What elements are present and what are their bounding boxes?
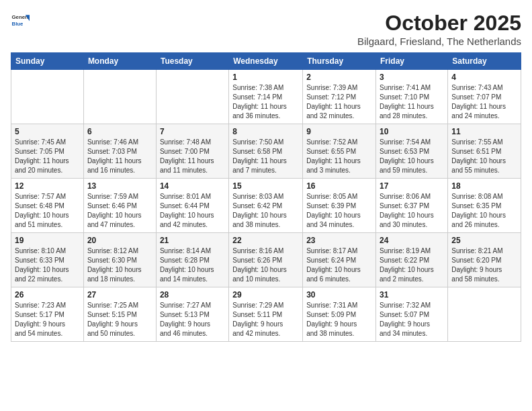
day-number: 9 bbox=[306, 127, 372, 136]
day-info: Sunrise: 8:06 AM Sunset: 6:37 PM Dayligh… bbox=[380, 192, 444, 230]
calendar-week-2: 5Sunrise: 7:45 AM Sunset: 7:05 PM Daylig… bbox=[11, 124, 521, 179]
day-number: 13 bbox=[87, 181, 152, 191]
calendar-week-3: 12Sunrise: 7:57 AM Sunset: 6:48 PM Dayli… bbox=[11, 179, 521, 233]
day-number: 28 bbox=[160, 290, 225, 300]
calendar-cell: 19Sunrise: 8:10 AM Sunset: 6:33 PM Dayli… bbox=[11, 233, 84, 287]
calendar-cell: 29Sunrise: 7:29 AM Sunset: 5:11 PM Dayli… bbox=[229, 287, 303, 342]
day-info: Sunrise: 7:54 AM Sunset: 6:53 PM Dayligh… bbox=[380, 138, 444, 175]
day-info: Sunrise: 7:59 AM Sunset: 6:46 PM Dayligh… bbox=[87, 192, 152, 230]
day-info: Sunrise: 8:01 AM Sunset: 6:44 PM Dayligh… bbox=[160, 192, 225, 230]
day-number: 8 bbox=[232, 127, 299, 136]
page-header: General Blue October 2025 Bilgaard, Frie… bbox=[11, 11, 521, 47]
day-info: Sunrise: 7:23 AM Sunset: 5:17 PM Dayligh… bbox=[15, 301, 80, 338]
day-number: 7 bbox=[160, 127, 225, 136]
day-info: Sunrise: 8:14 AM Sunset: 6:28 PM Dayligh… bbox=[160, 246, 225, 284]
weekday-header-sunday: Sunday bbox=[11, 53, 84, 70]
day-number: 25 bbox=[451, 236, 517, 245]
calendar-cell: 5Sunrise: 7:45 AM Sunset: 7:05 PM Daylig… bbox=[11, 124, 84, 179]
day-number: 20 bbox=[87, 236, 152, 245]
day-number: 16 bbox=[306, 181, 372, 191]
calendar-cell bbox=[156, 70, 228, 124]
calendar-cell: 7Sunrise: 7:48 AM Sunset: 7:00 PM Daylig… bbox=[156, 124, 228, 179]
day-info: Sunrise: 7:38 AM Sunset: 7:14 PM Dayligh… bbox=[232, 83, 299, 121]
weekday-header-friday: Friday bbox=[376, 53, 448, 70]
calendar-cell: 24Sunrise: 8:19 AM Sunset: 6:22 PM Dayli… bbox=[376, 233, 448, 287]
day-number: 21 bbox=[160, 236, 225, 245]
day-info: Sunrise: 8:10 AM Sunset: 6:33 PM Dayligh… bbox=[15, 246, 80, 284]
day-info: Sunrise: 8:08 AM Sunset: 6:35 PM Dayligh… bbox=[451, 192, 517, 230]
day-number: 19 bbox=[15, 236, 80, 245]
logo-icon: General Blue bbox=[11, 11, 30, 30]
day-info: Sunrise: 8:17 AM Sunset: 6:24 PM Dayligh… bbox=[306, 246, 372, 284]
calendar-cell bbox=[11, 70, 84, 124]
weekday-header-row: SundayMondayTuesdayWednesdayThursdayFrid… bbox=[11, 53, 521, 70]
day-number: 1 bbox=[232, 73, 299, 82]
calendar-cell: 31Sunrise: 7:32 AM Sunset: 5:07 PM Dayli… bbox=[376, 287, 448, 342]
day-info: Sunrise: 8:05 AM Sunset: 6:39 PM Dayligh… bbox=[306, 192, 372, 230]
day-number: 12 bbox=[15, 181, 80, 191]
day-number: 26 bbox=[15, 290, 80, 300]
calendar-cell bbox=[83, 70, 156, 124]
calendar-week-5: 26Sunrise: 7:23 AM Sunset: 5:17 PM Dayli… bbox=[11, 287, 521, 342]
weekday-header-saturday: Saturday bbox=[448, 53, 521, 70]
calendar-cell: 18Sunrise: 8:08 AM Sunset: 6:35 PM Dayli… bbox=[448, 179, 521, 233]
day-info: Sunrise: 8:03 AM Sunset: 6:42 PM Dayligh… bbox=[232, 192, 299, 230]
day-number: 2 bbox=[306, 73, 372, 82]
calendar-cell: 9Sunrise: 7:52 AM Sunset: 6:55 PM Daylig… bbox=[303, 124, 376, 179]
day-info: Sunrise: 7:31 AM Sunset: 5:09 PM Dayligh… bbox=[306, 301, 372, 338]
calendar-cell: 23Sunrise: 8:17 AM Sunset: 6:24 PM Dayli… bbox=[303, 233, 376, 287]
day-info: Sunrise: 7:55 AM Sunset: 6:51 PM Dayligh… bbox=[451, 138, 517, 175]
day-number: 15 bbox=[232, 181, 299, 191]
calendar-cell: 10Sunrise: 7:54 AM Sunset: 6:53 PM Dayli… bbox=[376, 124, 448, 179]
month-title: October 2025 bbox=[357, 11, 521, 36]
day-info: Sunrise: 7:32 AM Sunset: 5:07 PM Dayligh… bbox=[380, 301, 444, 338]
calendar-cell: 30Sunrise: 7:31 AM Sunset: 5:09 PM Dayli… bbox=[303, 287, 376, 342]
day-number: 6 bbox=[87, 127, 152, 136]
logo: General Blue bbox=[11, 11, 30, 30]
calendar-cell: 11Sunrise: 7:55 AM Sunset: 6:51 PM Dayli… bbox=[448, 124, 521, 179]
day-number: 14 bbox=[160, 181, 225, 191]
calendar-cell: 27Sunrise: 7:25 AM Sunset: 5:15 PM Dayli… bbox=[83, 287, 156, 342]
calendar-cell: 20Sunrise: 8:12 AM Sunset: 6:30 PM Dayli… bbox=[83, 233, 156, 287]
day-info: Sunrise: 7:45 AM Sunset: 7:05 PM Dayligh… bbox=[15, 138, 80, 175]
location: Bilgaard, Friesland, The Netherlands bbox=[357, 36, 521, 47]
day-info: Sunrise: 7:48 AM Sunset: 7:00 PM Dayligh… bbox=[160, 138, 225, 175]
calendar-cell: 16Sunrise: 8:05 AM Sunset: 6:39 PM Dayli… bbox=[303, 179, 376, 233]
calendar-cell: 25Sunrise: 8:21 AM Sunset: 6:20 PM Dayli… bbox=[448, 233, 521, 287]
day-number: 18 bbox=[451, 181, 517, 191]
day-number: 10 bbox=[380, 127, 444, 136]
day-number: 23 bbox=[306, 236, 372, 245]
day-info: Sunrise: 7:27 AM Sunset: 5:13 PM Dayligh… bbox=[160, 301, 225, 338]
calendar-cell: 14Sunrise: 8:01 AM Sunset: 6:44 PM Dayli… bbox=[156, 179, 228, 233]
day-number: 4 bbox=[451, 73, 517, 82]
calendar-week-1: 1Sunrise: 7:38 AM Sunset: 7:14 PM Daylig… bbox=[11, 70, 521, 124]
day-info: Sunrise: 7:50 AM Sunset: 6:58 PM Dayligh… bbox=[232, 138, 299, 175]
day-info: Sunrise: 8:19 AM Sunset: 6:22 PM Dayligh… bbox=[380, 246, 444, 284]
calendar-week-4: 19Sunrise: 8:10 AM Sunset: 6:33 PM Dayli… bbox=[11, 233, 521, 287]
calendar-cell: 15Sunrise: 8:03 AM Sunset: 6:42 PM Dayli… bbox=[229, 179, 303, 233]
day-number: 11 bbox=[451, 127, 517, 136]
day-info: Sunrise: 7:29 AM Sunset: 5:11 PM Dayligh… bbox=[232, 301, 299, 338]
weekday-header-tuesday: Tuesday bbox=[156, 53, 228, 70]
calendar-cell: 4Sunrise: 7:43 AM Sunset: 7:07 PM Daylig… bbox=[448, 70, 521, 124]
day-number: 17 bbox=[380, 181, 444, 191]
day-number: 31 bbox=[380, 290, 444, 300]
calendar-cell: 8Sunrise: 7:50 AM Sunset: 6:58 PM Daylig… bbox=[229, 124, 303, 179]
calendar-cell: 17Sunrise: 8:06 AM Sunset: 6:37 PM Dayli… bbox=[376, 179, 448, 233]
weekday-header-monday: Monday bbox=[83, 53, 156, 70]
calendar-cell: 2Sunrise: 7:39 AM Sunset: 7:12 PM Daylig… bbox=[303, 70, 376, 124]
day-number: 3 bbox=[380, 73, 444, 82]
weekday-header-thursday: Thursday bbox=[303, 53, 376, 70]
day-info: Sunrise: 7:25 AM Sunset: 5:15 PM Dayligh… bbox=[87, 301, 152, 338]
calendar-cell bbox=[448, 287, 521, 342]
calendar-cell: 13Sunrise: 7:59 AM Sunset: 6:46 PM Dayli… bbox=[83, 179, 156, 233]
day-number: 29 bbox=[232, 290, 299, 300]
calendar-cell: 3Sunrise: 7:41 AM Sunset: 7:10 PM Daylig… bbox=[376, 70, 448, 124]
day-number: 30 bbox=[306, 290, 372, 300]
day-info: Sunrise: 8:16 AM Sunset: 6:26 PM Dayligh… bbox=[232, 246, 299, 284]
day-info: Sunrise: 8:21 AM Sunset: 6:20 PM Dayligh… bbox=[451, 246, 517, 284]
calendar-table: SundayMondayTuesdayWednesdayThursdayFrid… bbox=[11, 52, 521, 342]
weekday-header-wednesday: Wednesday bbox=[229, 53, 303, 70]
calendar-cell: 26Sunrise: 7:23 AM Sunset: 5:17 PM Dayli… bbox=[11, 287, 84, 342]
calendar-cell: 12Sunrise: 7:57 AM Sunset: 6:48 PM Dayli… bbox=[11, 179, 84, 233]
